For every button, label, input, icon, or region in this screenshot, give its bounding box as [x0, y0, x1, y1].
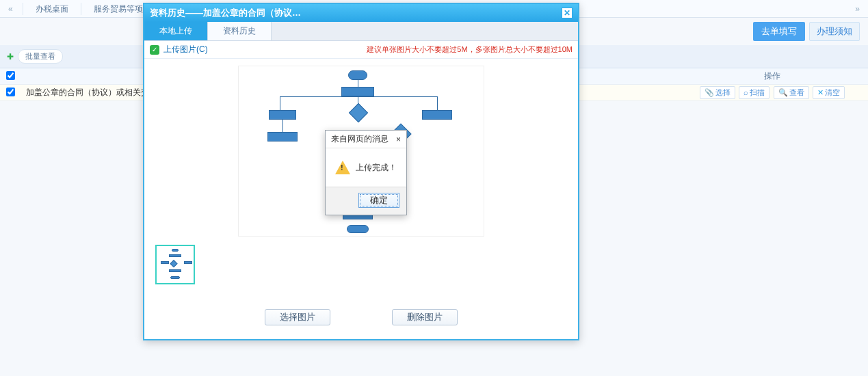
row-checkbox[interactable]	[6, 88, 15, 96]
warning-icon	[335, 161, 350, 174]
choose-image-button[interactable]: 选择图片	[265, 309, 330, 325]
dialog-title-bar: 资料历史——加盖公章的合同（协议… ✕	[144, 4, 578, 22]
alert-title: 来自网页的消息	[331, 133, 389, 145]
close-icon: ✕	[817, 88, 824, 97]
divider	[23, 3, 23, 15]
thumbnail[interactable]	[155, 245, 195, 284]
dialog-footer: 选择图片 删除图片	[144, 299, 578, 339]
header-checkbox[interactable]	[6, 71, 15, 80]
notice-button[interactable]: 办理须知	[809, 22, 860, 41]
alert-dialog: 来自网页的消息 × 上传完成！ 确定	[325, 130, 407, 215]
alert-body: 上传完成！	[326, 148, 406, 187]
op-clear-button[interactable]: ✕清空	[813, 86, 845, 99]
scan-icon: ⌕	[744, 88, 748, 96]
attach-icon: 📎	[705, 88, 714, 97]
plus-icon: ✚	[7, 52, 14, 62]
divider	[81, 3, 81, 15]
row-ops: 📎选择 ⌕扫描 🔍查看 ✕清空	[676, 86, 868, 100]
batch-view-pill[interactable]: 批量查看	[18, 49, 63, 64]
alert-header: 来自网页的消息 ×	[326, 131, 406, 148]
top-right-buttons: »	[851, 4, 864, 14]
nav-prev-icon[interactable]: «	[4, 4, 17, 14]
dialog-close-button[interactable]: ✕	[562, 8, 573, 18]
op-view-button[interactable]: 🔍查看	[774, 86, 809, 99]
go-fill-button[interactable]: 去单填写	[753, 22, 805, 41]
alert-footer: 确定	[326, 187, 406, 215]
header-check	[0, 71, 21, 82]
header-op: 操作	[676, 70, 868, 82]
thumbnail-strip	[155, 245, 567, 284]
dialog-toolbar: ✓ 上传图片(C) 建议单张图片大小不要超过5M，多张图片总大小不要超过10M	[144, 41, 578, 59]
op-select-button[interactable]: 📎选择	[700, 86, 735, 99]
nav-next-icon[interactable]: »	[851, 4, 864, 14]
check-icon: ✓	[150, 45, 159, 55]
alert-ok-button[interactable]: 确定	[358, 193, 399, 208]
upload-hint: 建议单张图片大小不要超过5M，多张图片总大小不要超过10M	[367, 44, 573, 55]
dialog-title: 资料历史——加盖公章的合同（协议…	[150, 7, 301, 19]
view-icon: 🔍	[778, 88, 788, 97]
alert-close-button[interactable]: ×	[396, 135, 401, 144]
tab-history[interactable]: 资料历史	[208, 22, 272, 40]
upload-link[interactable]: 上传图片(C)	[163, 44, 208, 55]
op-scan-button[interactable]: ⌕扫描	[739, 86, 770, 99]
tab-home[interactable]: 办税桌面	[29, 0, 75, 18]
dialog-tabs: 本地上传 资料历史	[144, 22, 578, 41]
tab-local-upload[interactable]: 本地上传	[144, 22, 208, 40]
alert-message: 上传完成！	[356, 162, 397, 174]
delete-image-button[interactable]: 删除图片	[392, 309, 458, 325]
